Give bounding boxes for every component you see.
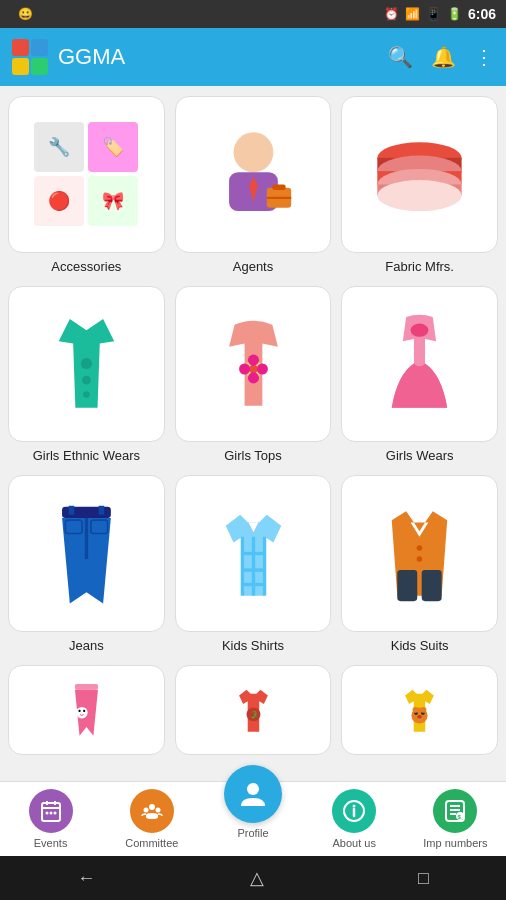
svg-point-42 (83, 710, 85, 712)
leggings-icon (31, 681, 142, 739)
girls-tops-icon (198, 308, 309, 419)
svg-point-0 (233, 132, 273, 172)
search-icon[interactable]: 🔍 (388, 45, 413, 69)
svg-point-50 (421, 707, 427, 713)
grid-item-accessories[interactable]: 🔧 🏷️ 🔴 🎀 Accessories (8, 96, 165, 276)
fabric-label: Fabric Mfrs. (385, 259, 454, 276)
android-nav-bar: ← △ □ (0, 856, 506, 900)
grid-item-profile-placeholder[interactable]: 🐊 (175, 665, 332, 755)
svg-point-37 (417, 545, 423, 551)
category-grid: 🔧 🏷️ 🔴 🎀 Accessories (8, 96, 498, 755)
status-time: 6:06 (468, 6, 496, 22)
svg-point-57 (53, 812, 56, 815)
jeans-label: Jeans (69, 638, 104, 655)
svg-rect-35 (397, 570, 417, 601)
nav-profile[interactable]: Profile (202, 785, 303, 839)
svg-point-14 (82, 376, 91, 385)
svg-rect-39 (75, 684, 98, 690)
wifi-icon: 📶 (405, 7, 420, 21)
svg-point-61 (247, 783, 259, 795)
svg-point-60 (155, 808, 160, 813)
svg-point-64 (353, 805, 356, 808)
grid-item-girls-wears[interactable]: Girls Wears (341, 286, 498, 466)
svg-point-38 (417, 556, 423, 562)
svg-point-48 (417, 715, 422, 718)
grid-card-girls-tops (175, 286, 332, 443)
svg-point-13 (81, 358, 92, 369)
status-bar: 😀 ⏰ 📶 📱 🔋 6:06 (0, 0, 506, 28)
about-us-icon (332, 789, 376, 833)
nav-events[interactable]: Events (0, 789, 101, 849)
svg-point-58 (149, 804, 155, 810)
bottom-nav: Events Committee Profile (0, 781, 506, 856)
back-button[interactable]: ← (77, 868, 95, 889)
notification-icon: 😀 (18, 7, 33, 21)
events-label: Events (34, 837, 68, 849)
grid-item-kids-suits[interactable]: Kids Suits (341, 475, 498, 655)
grid-card-girls-ethnic (8, 286, 165, 443)
grid-item-fabric[interactable]: Fabric Mfrs. (341, 96, 498, 276)
svg-point-20 (247, 355, 258, 366)
nav-imp-numbers[interactable]: $ Imp numbers (405, 789, 506, 849)
grid-item-leggings[interactable] (8, 665, 165, 755)
nav-about-us[interactable]: About us (304, 789, 405, 849)
grid-item-agents[interactable]: Agents (175, 96, 332, 276)
grid-card-fabric (341, 96, 498, 253)
kids-suits-label: Kids Suits (391, 638, 449, 655)
svg-point-22 (411, 324, 429, 337)
logo-yellow (12, 58, 29, 75)
grid-item-girls-tops[interactable]: Girls Tops (175, 286, 332, 466)
svg-point-12 (378, 180, 462, 211)
kids-suits-icon (364, 498, 475, 609)
about-us-label: About us (333, 837, 376, 849)
header-actions: 🔍 🔔 ⋮ (388, 45, 494, 69)
grid-item-jeans[interactable]: Jeans (8, 475, 165, 655)
grid-card-girls-wears (341, 286, 498, 443)
svg-rect-27 (69, 506, 75, 515)
grid-item-kids-shirts[interactable]: Kids Shirts (175, 475, 332, 655)
logo-red (12, 39, 29, 56)
kids-shirts-label: Kids Shirts (222, 638, 284, 655)
girls-ethnic-label: Girls Ethnic Wears (33, 448, 140, 465)
battery-icon: 🔋 (447, 7, 462, 21)
grid-card-kids-suits (341, 475, 498, 632)
jeans-icon (31, 498, 142, 609)
grid-item-bear-tshirt[interactable] (341, 665, 498, 755)
svg-point-56 (49, 812, 52, 815)
grid-card-kids-shirts (175, 475, 332, 632)
svg-point-15 (83, 392, 90, 399)
more-options-icon[interactable]: ⋮ (474, 45, 494, 69)
signal-icon: 📱 (426, 7, 441, 21)
girls-tops-label: Girls Tops (224, 448, 282, 465)
accessories-label: Accessories (51, 259, 121, 276)
nav-committee[interactable]: Committee (101, 789, 202, 849)
grid-card-profile-placeholder: 🐊 (175, 665, 332, 755)
agents-icon (198, 119, 309, 230)
kids-shirts-icon (198, 498, 309, 609)
committee-label: Committee (125, 837, 178, 849)
svg-point-59 (143, 808, 148, 813)
home-button[interactable]: △ (250, 867, 264, 889)
app-title: GGMA (58, 44, 388, 70)
girls-wears-icon (364, 308, 475, 419)
logo-green (31, 58, 48, 75)
events-icon (29, 789, 73, 833)
bell-icon[interactable]: 🔔 (431, 45, 456, 69)
recents-button[interactable]: □ (418, 868, 429, 889)
app-logo (12, 39, 48, 75)
svg-text:🐊: 🐊 (250, 710, 259, 719)
grid-card-accessories: 🔧 🏷️ 🔴 🎀 (8, 96, 165, 253)
profile-label: Profile (237, 827, 268, 839)
svg-rect-4 (272, 184, 285, 190)
svg-point-41 (78, 710, 80, 712)
profile-placeholder-icon: 🐊 (198, 681, 309, 739)
svg-point-18 (239, 364, 250, 375)
grid-card-agents (175, 96, 332, 253)
profile-icon-circle (224, 765, 282, 823)
svg-point-19 (256, 364, 267, 375)
girls-ethnic-icon (31, 308, 142, 419)
imp-numbers-label: Imp numbers (423, 837, 487, 849)
grid-item-girls-ethnic[interactable]: Girls Ethnic Wears (8, 286, 165, 466)
imp-numbers-icon: $ (433, 789, 477, 833)
girls-wears-label: Girls Wears (386, 448, 454, 465)
